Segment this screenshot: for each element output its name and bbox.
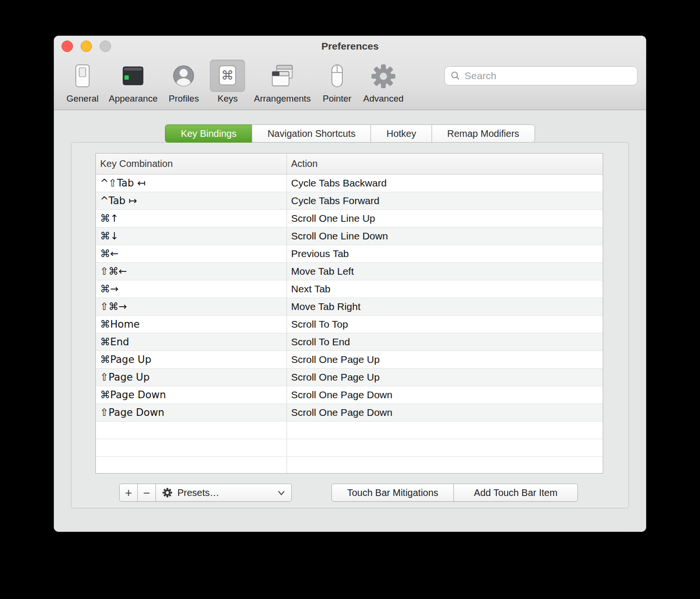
key-combination-cell[interactable]: ⌘Page Up <box>96 351 287 368</box>
action-cell[interactable]: Scroll To Top <box>287 315 603 333</box>
key-binding-row[interactable]: ⌘→Next Tab <box>96 280 603 298</box>
touch-bar-buttons: Touch Bar Mitigations Add Touch Bar Item <box>331 484 578 502</box>
action-cell[interactable]: Cycle Tabs Backward <box>287 174 603 192</box>
window-chrome: Preferences General <box>54 36 646 110</box>
key-combination-cell[interactable]: ^⇧Tab ↤ <box>96 174 287 192</box>
empty-cell <box>96 456 287 474</box>
key-bindings-table: Key Combination Action ^⇧Tab ↤Cycle Tabs… <box>95 153 603 474</box>
column-header-action[interactable]: Action <box>287 154 603 174</box>
key-combination-cell[interactable]: ⌘← <box>96 245 287 262</box>
add-touch-bar-item-button[interactable]: Add Touch Bar Item <box>453 484 578 502</box>
search-input[interactable] <box>464 70 631 82</box>
traffic-lights <box>62 36 111 57</box>
key-combination-cell[interactable]: ⇧Page Up <box>96 368 287 386</box>
minimize-button[interactable] <box>81 41 92 52</box>
toolbar-item-label: Appearance <box>109 93 157 104</box>
toolbar-item-label: Profiles <box>169 93 199 104</box>
key-binding-row[interactable]: ⇧⌘←Move Tab Left <box>96 262 603 280</box>
key-binding-row[interactable]: ⌘EndScroll To End <box>96 333 603 351</box>
close-button[interactable] <box>62 41 73 52</box>
toolbar-item-label: Arrangements <box>254 93 310 104</box>
toolbar-item-profiles[interactable]: Profiles <box>164 60 204 104</box>
preferences-window: Preferences General <box>54 36 646 532</box>
key-binding-row[interactable]: ⌘←Previous Tab <box>96 245 603 262</box>
toolbar-item-label: Pointer <box>323 93 351 104</box>
action-cell[interactable]: Move Tab Left <box>287 262 603 280</box>
key-binding-row[interactable]: ⌘Page UpScroll One Page Up <box>96 351 603 368</box>
key-combination-cell[interactable]: ⌘↑ <box>96 209 287 227</box>
key-binding-row[interactable]: ⇧⌘→Move Tab Right <box>96 298 603 315</box>
action-cell[interactable]: Scroll One Page Up <box>287 351 603 368</box>
toolbar-item-advanced[interactable]: Advanced <box>361 60 406 104</box>
toolbar-item-appearance[interactable]: Appearance <box>106 60 160 104</box>
titlebar: Preferences <box>54 36 646 57</box>
key-combination-cell[interactable]: ^Tab ↦ <box>96 192 287 209</box>
tab-hotkey[interactable]: Hotkey <box>371 124 432 143</box>
action-cell[interactable]: Scroll One Page Up <box>287 368 603 386</box>
empty-cell <box>96 439 287 456</box>
chevron-down-icon <box>278 490 285 496</box>
zoom-button[interactable] <box>100 41 111 52</box>
pointer-icon <box>319 60 355 92</box>
key-combination-cell[interactable]: ⇧⌘→ <box>96 298 287 315</box>
toolbar-item-pointer[interactable]: Pointer <box>317 60 357 104</box>
toolbar-item-keys[interactable]: ⌘ Keys <box>207 60 247 104</box>
empty-cell <box>287 456 603 474</box>
remove-key-binding-button[interactable]: − <box>137 484 156 502</box>
profiles-icon <box>166 60 201 92</box>
tab-key-bindings[interactable]: Key Bindings <box>165 124 252 143</box>
key-binding-row[interactable]: ⇧Page UpScroll One Page Up <box>96 368 603 386</box>
action-cell[interactable]: Scroll One Page Down <box>287 403 603 421</box>
tab-remap-modifiers[interactable]: Remap Modifiers <box>432 124 535 143</box>
key-bindings-panel: Key Combination Action ^⇧Tab ↤Cycle Tabs… <box>71 142 629 508</box>
key-binding-row[interactable]: ^Tab ↦Cycle Tabs Forward <box>96 192 603 209</box>
general-icon <box>65 60 100 92</box>
action-cell[interactable]: Scroll One Page Down <box>287 386 603 403</box>
toolbar: General Appearance <box>54 57 646 110</box>
key-binding-row[interactable]: ^⇧Tab ↤Cycle Tabs Backward <box>96 174 603 192</box>
key-binding-row[interactable]: ⌘Page DownScroll One Page Down <box>96 386 603 403</box>
action-cell[interactable]: Scroll One Line Up <box>287 209 603 227</box>
action-cell[interactable]: Scroll One Line Down <box>287 227 603 245</box>
action-cell[interactable]: Move Tab Right <box>287 298 603 315</box>
table-header-row: Key Combination Action <box>96 154 603 174</box>
action-cell[interactable]: Next Tab <box>287 280 603 298</box>
preferences-tab-bar: Key Bindings Navigation Shortcuts Hotkey… <box>165 124 535 143</box>
key-binding-row[interactable]: ⌘↑Scroll One Line Up <box>96 209 603 227</box>
toolbar-item-arrangements[interactable]: Arrangements <box>251 60 313 104</box>
key-binding-row[interactable]: ⇧Page DownScroll One Page Down <box>96 403 603 421</box>
keys-icon: ⌘ <box>210 60 245 92</box>
toolbar-item-general[interactable]: General <box>62 60 103 104</box>
key-combination-cell[interactable]: ⌘→ <box>96 280 287 298</box>
empty-cell <box>287 439 603 456</box>
presets-dropdown[interactable]: Presets… <box>155 484 292 502</box>
touch-bar-mitigations-button[interactable]: Touch Bar Mitigations <box>331 484 454 502</box>
panel-footer: + − <box>95 484 603 502</box>
action-cell[interactable]: Scroll To End <box>287 333 603 351</box>
add-key-binding-button[interactable]: + <box>119 484 138 502</box>
panel-inner: Key Combination Action ^⇧Tab ↤Cycle Tabs… <box>72 143 628 502</box>
column-header-key-combination[interactable]: Key Combination <box>96 154 287 174</box>
window-title: Preferences <box>321 41 379 52</box>
key-combination-cell[interactable]: ⌘Home <box>96 315 287 333</box>
search-icon <box>451 71 460 81</box>
search-field[interactable] <box>444 66 638 85</box>
tab-navigation-shortcuts[interactable]: Navigation Shortcuts <box>252 124 371 143</box>
toolbar-items: General Appearance <box>62 60 406 104</box>
arrangements-icon <box>265 60 300 92</box>
presets-label: Presets… <box>177 487 219 498</box>
key-combination-cell[interactable]: ⇧Page Down <box>96 403 287 421</box>
empty-cell <box>287 421 603 439</box>
key-combination-cell[interactable]: ⌘↓ <box>96 227 287 245</box>
action-cell[interactable]: Previous Tab <box>287 245 603 262</box>
key-combination-cell[interactable]: ⇧⌘← <box>96 262 287 280</box>
empty-row <box>96 439 603 456</box>
action-cell[interactable]: Cycle Tabs Forward <box>287 192 603 209</box>
key-combination-cell[interactable]: ⌘Page Down <box>96 386 287 403</box>
key-binding-row[interactable]: ⌘HomeScroll To Top <box>96 315 603 333</box>
toolbar-item-label: General <box>66 93 99 104</box>
key-binding-row[interactable]: ⌘↓Scroll One Line Down <box>96 227 603 245</box>
key-combination-cell[interactable]: ⌘End <box>96 333 287 351</box>
empty-row <box>96 421 603 439</box>
presets-gear-icon <box>162 487 173 498</box>
